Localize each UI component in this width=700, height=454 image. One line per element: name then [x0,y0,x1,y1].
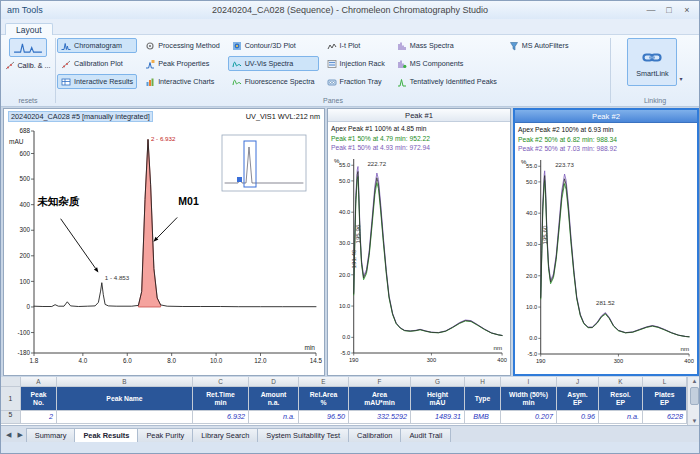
ribbon-item-injection-rack[interactable]: Injection Rack [323,56,389,71]
bottom-tab-library-search[interactable]: Library Search [192,428,258,442]
column-header[interactable]: Ret.Timemin [193,387,249,411]
tick-label: 190 [349,356,359,362]
tick-label: 50.0 [339,177,350,183]
apex-spectrum-label: Apex Peak #1 100% at 4.85 min [331,124,507,134]
scrollbar-thumb[interactable] [690,387,699,405]
peak-1-header[interactable]: Peak #1 [328,109,510,122]
minimize-button[interactable]: — [643,5,659,15]
table-scrollbar[interactable]: ▲ ▼ [687,377,700,425]
processing-method-icon [145,41,155,51]
ribbon-item-tentatively-identified-peaks[interactable]: Tentatively Identified Peaks [393,74,501,89]
presets-group-label: resets [2,96,54,106]
ribbon-item-fraction-tray[interactable]: Fraction Tray [323,74,389,89]
result-cell[interactable]: 0.207 [501,411,557,424]
result-cell[interactable]: n.a. [249,411,299,424]
column-letter[interactable]: F [349,377,411,387]
column-header[interactable]: PlatesEP [643,387,687,411]
smartlink-dropdown-arrow[interactable]: ▾ [679,75,682,82]
column-header[interactable]: Peak Name [57,387,193,411]
chromatogram-plot[interactable]: 6886005004003002001000-100-180mAU1.84.06… [4,123,324,373]
bottom-tab-audit-trail[interactable]: Audit Trail [400,428,451,442]
ribbon-item-contour-3d-plot[interactable]: Contour/3D Plot [228,38,319,53]
result-cell[interactable]: 96.50 [299,411,349,424]
overview-inset[interactable] [222,135,306,191]
result-cell[interactable]: 1489.31 [411,411,465,424]
peak1-spectra-panel: Peak #1Apex Peak #1 100% at 4.85 minPeak… [327,108,511,376]
result-cell[interactable]: 2 [21,411,57,424]
ribbon-item-mass-spectra[interactable]: Mass Spectra [393,38,501,53]
tick-label: 14.5 [310,357,323,364]
ribbon-item-ms-components[interactable]: MS Components [393,56,501,71]
close-button[interactable]: × [679,5,695,15]
chromatogram-title[interactable]: 20240204_CA028 #5 [manually integrated] [8,111,153,122]
bottom-tab-peak-purity[interactable]: Peak Purity [137,428,193,442]
smartlink-icon [642,47,662,67]
column-header[interactable]: Rel.Area% [299,387,349,411]
column-letter[interactable]: D [249,377,299,387]
column-header[interactable]: Asym.EP [557,387,599,411]
bottom-tab-summary[interactable]: Summary [26,428,76,442]
ribbon-item-ms-autofilters[interactable]: MS AutoFilters [505,38,573,53]
column-header[interactable]: Resol.EP [599,387,643,411]
column-letter[interactable]: K [599,377,643,387]
scroll-up-icon[interactable]: ▲ [688,378,700,384]
tick-label: 400 [497,356,507,362]
column-header[interactable]: PeakNo. [21,387,57,411]
result-row: 526.932n.a.96.50332.52921489.31BMB0.2070… [1,411,687,424]
peak-2-header[interactable]: Peak #2 [515,110,697,123]
tick-label: 8.0 [167,357,176,364]
column-header[interactable]: Type [465,387,501,411]
peak-2-spectrum-plot[interactable]: 55.050.040.030.020.010.00.0-5.0%19030040… [515,154,697,372]
bottom-tab-peak-results[interactable]: Peak Results [74,428,138,442]
smartlink-button[interactable]: SmartLink [627,38,677,86]
tick-label: 688 [19,127,30,134]
ribbon-item-calibration-plot[interactable]: Calibration Plot [57,56,137,71]
column-header[interactable]: AreamAU*min [349,387,411,411]
bottom-tab-calibration[interactable]: Calibration [348,428,401,442]
ribbon-item-peak-properties[interactable]: Peak Properties [141,56,224,71]
bottom-tab-system-suitability-test[interactable]: System Suitability Test [257,428,349,442]
result-cell[interactable]: 6.932 [193,411,249,424]
result-cell[interactable]: 0.96 [557,411,599,424]
preset-chromatogram-button[interactable] [9,38,47,57]
y-axis-unit-label: % [334,156,340,163]
peak-1-spectrum-plot[interactable]: 55.050.040.030.020.010.00.0-5.0%19030040… [328,153,510,371]
ribbon-item-processing-method[interactable]: Processing Method [141,38,224,53]
result-cell[interactable]: 6228 [643,411,687,424]
ribbon-item-fluorescence-spectra[interactable]: Fluorescence Spectra [228,74,319,89]
column-letter[interactable]: L [643,377,687,387]
column-letter[interactable]: G [411,377,465,387]
ribbon-item-i-t-plot[interactable]: I-t Plot [323,38,389,53]
column-letter[interactable]: J [557,377,599,387]
maximize-button[interactable]: □ [661,5,677,15]
result-cell[interactable]: 332.5292 [349,411,411,424]
ribbon-item-chromatogram[interactable]: Chromatogram [57,38,137,53]
column-header[interactable]: HeightmAU [411,387,465,411]
context-tab-label[interactable]: am Tools [7,5,43,15]
column-letter[interactable]: E [299,377,349,387]
column-letter[interactable]: A [21,377,57,387]
tick-label: 1.8 [30,357,39,364]
tab-scroll-left[interactable]: ◀ [3,428,14,442]
tab-scroll-right[interactable]: ▶ [14,428,25,442]
ribbon-item-interactive-results[interactable]: Interactive Results [57,74,137,89]
spectrum-curve [354,166,502,335]
column-letter[interactable]: C [193,377,249,387]
ribbon-group-presets: Calib. & ... resets [1,35,55,106]
result-cell[interactable]: BMB [465,411,501,424]
injection-rack-icon [327,59,337,69]
preset-calib-button[interactable]: Calib. & ... [4,58,51,72]
column-letter[interactable]: I [501,377,557,387]
column-letter[interactable]: B [57,377,193,387]
ribbon-item-uv-vis-spectra[interactable]: UV-Vis Spectra [228,56,319,71]
column-header[interactable]: Amountn.a. [249,387,299,411]
result-cell[interactable]: n.a. [599,411,643,424]
column-header[interactable]: Width (50%)min [501,387,557,411]
ribbon-item-interactive-charts[interactable]: Interactive Charts [141,74,224,89]
column-letter[interactable]: H [465,377,501,387]
annotation-text: M01 [178,195,199,207]
result-cell[interactable] [57,411,193,424]
tick-label: 0 [26,303,30,310]
scroll-down-icon[interactable]: ▼ [688,418,700,424]
ribbon-item-label: Chromatogram [74,41,122,50]
